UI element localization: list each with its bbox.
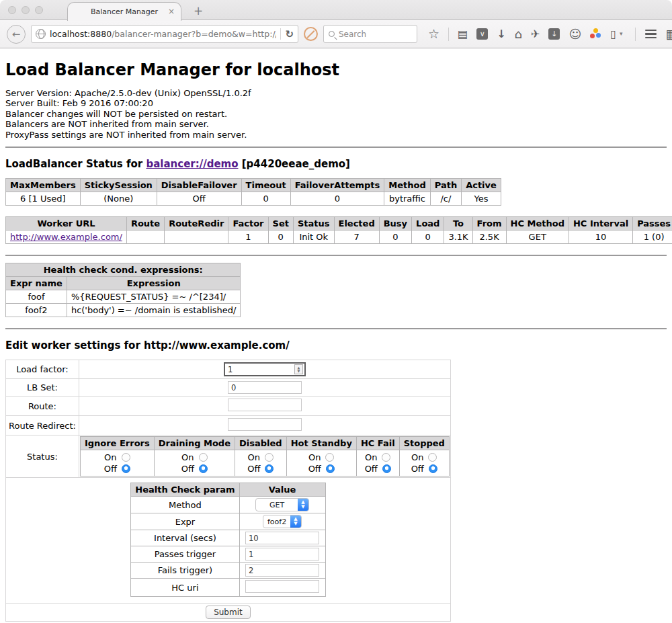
col-active: Active [462, 179, 501, 192]
new-tab-button[interactable]: + [194, 4, 203, 17]
site-identity-globe-icon[interactable] [36, 29, 46, 39]
route-redirect-input[interactable] [228, 418, 302, 431]
col-routeredir: RouteRedir [165, 217, 228, 231]
url-text[interactable]: localhost:8880/balancer-manager?b=demo&w… [50, 29, 276, 39]
feedback-smiley-icon[interactable]: ☺ [569, 28, 581, 40]
menu-icon[interactable] [645, 30, 657, 39]
back-button[interactable]: ← [7, 25, 26, 44]
home-icon[interactable]: ⌂ [515, 28, 522, 40]
interval-input[interactable]: 10 [245, 532, 319, 544]
select-stepper-icon: ▲▼ [290, 515, 301, 528]
col-disablefailover: DisableFailover [157, 179, 241, 192]
cell-to: 3.1K [444, 231, 472, 244]
col-passes: Passes [633, 217, 672, 231]
load-factor-row: Load factor: 1 ▲▼ [6, 360, 451, 379]
method-label: Method [131, 497, 239, 513]
status-options-table: Ignore Errors Draining Mode Disabled Hot… [80, 436, 450, 476]
submit-button[interactable]: Submit [206, 606, 251, 619]
route-input[interactable] [228, 399, 302, 411]
number-stepper-icon[interactable]: ▲▼ [294, 364, 303, 374]
hot-standby-on-radio[interactable] [325, 453, 334, 462]
chevron-down-icon[interactable]: ▾ [620, 31, 623, 37]
cell-passes: 1 (0) [633, 231, 672, 244]
proxypass-note-line: ProxyPass settings are NOT inherited fro… [5, 130, 667, 140]
radio-on-label: On [181, 452, 194, 462]
route-redirect-row: Route Redirect: [6, 416, 451, 435]
method-select-value: GET [256, 501, 298, 509]
route-redirect-label: Route Redirect: [6, 416, 79, 435]
draining-mode-off-radio[interactable] [199, 464, 208, 473]
expr-table-title: Health check cond. expressions: [6, 263, 241, 277]
col-ignore-errors: Ignore Errors [80, 437, 154, 450]
divider [5, 255, 667, 256]
method-select[interactable]: GET ▲▼ [255, 498, 309, 511]
cell-active: Yes [462, 192, 501, 206]
col-path: Path [430, 179, 461, 192]
col-from: From [472, 217, 506, 231]
lb-set-row: LB Set: 0 [6, 379, 451, 397]
tab-balancer-manager[interactable]: Balancer Manager × [67, 2, 181, 21]
col-timeout: Timeout [241, 179, 290, 192]
server-version-line: Server Version: Apache/2.5.0-dev (Unix) … [5, 88, 667, 98]
load-factor-input[interactable]: 1 ▲▼ [224, 362, 306, 376]
bookmarks-menu-icon[interactable]: ▤ [458, 29, 468, 40]
cell-stickysession: (None) [80, 192, 157, 206]
hot-standby-off-radio[interactable] [326, 464, 335, 473]
radio-on-label: On [365, 452, 377, 462]
bookmark-star-icon[interactable]: ☆ [428, 28, 439, 40]
tab-close-icon[interactable]: × [168, 7, 175, 16]
health-check-expressions-table: Health check cond. expressions: Expr nam… [5, 263, 241, 317]
stopped-on-radio[interactable] [428, 453, 437, 462]
send-tab-icon[interactable]: ✈ [531, 29, 540, 40]
radio-on-label: On [248, 452, 260, 462]
ignore-errors-off-radio[interactable] [122, 464, 130, 473]
cell-expr-name: foof2 [6, 304, 67, 317]
radio-on-label: On [104, 452, 116, 462]
reload-icon[interactable]: ↻ [285, 28, 294, 40]
table-header-row: Ignore Errors Draining Mode Disabled Hot… [80, 437, 449, 450]
col-load: Load [412, 217, 444, 231]
lb-set-input[interactable]: 0 [228, 381, 302, 394]
col-method: Method [384, 179, 430, 192]
draining-mode-on-radio[interactable] [199, 453, 208, 462]
col-stopped: Stopped [399, 437, 449, 450]
divider [5, 328, 667, 329]
disabled-on-radio[interactable] [265, 453, 274, 462]
cell-hc-interval: 10 [569, 231, 632, 244]
url-bar[interactable]: localhost:8880/balancer-manager?b=demo&w… [31, 25, 298, 43]
edit-worker-heading: Edit worker settings for http://www.exam… [5, 339, 667, 351]
panel-download-icon[interactable]: ↓ [548, 28, 560, 40]
stopped-off-radio[interactable] [429, 464, 437, 473]
expr-label: Expr [131, 513, 239, 530]
table-header-row: Health Check param Value [131, 483, 325, 497]
hc-uri-input[interactable] [245, 580, 319, 593]
passes-input[interactable]: 1 [245, 548, 319, 560]
extension-colors-icon[interactable] [590, 28, 601, 40]
close-window-button[interactable] [8, 6, 16, 14]
toolbar-divider [635, 28, 636, 41]
worker-url-link[interactable]: http://www.example.com/ [10, 232, 122, 242]
status-label: Status: [6, 435, 79, 478]
hc-fail-on-radio[interactable] [382, 453, 390, 462]
col-status: Status [293, 217, 334, 231]
reader-extension-icon[interactable]: ▯ [610, 29, 616, 40]
minimize-window-button[interactable] [22, 6, 30, 14]
grid-pages-icon[interactable]: ▦ [666, 28, 672, 40]
zoom-window-button[interactable] [35, 6, 43, 14]
content-blocker-icon[interactable] [304, 27, 318, 41]
search-bar[interactable]: Search [323, 25, 417, 43]
url-host: localhost:8880 [50, 29, 112, 39]
col-health-check-param: Health Check param [131, 483, 239, 497]
submit-row: Submit [6, 604, 451, 622]
balancer-demo-link[interactable]: balancer://demo [146, 158, 238, 170]
status-heading-prefix: LoadBalancer Status for [5, 158, 146, 170]
fails-input[interactable]: 2 [245, 564, 319, 577]
window-controls[interactable] [8, 6, 43, 14]
pocket-icon[interactable]: ∨ [476, 28, 488, 40]
disabled-off-radio[interactable] [265, 464, 274, 473]
hc-fail-off-radio[interactable] [382, 464, 391, 473]
downloads-icon[interactable]: ↓ [497, 29, 505, 40]
radio-off-label: Off [308, 464, 321, 474]
expr-select[interactable]: foof2 ▲▼ [263, 515, 302, 528]
ignore-errors-on-radio[interactable] [122, 453, 130, 462]
